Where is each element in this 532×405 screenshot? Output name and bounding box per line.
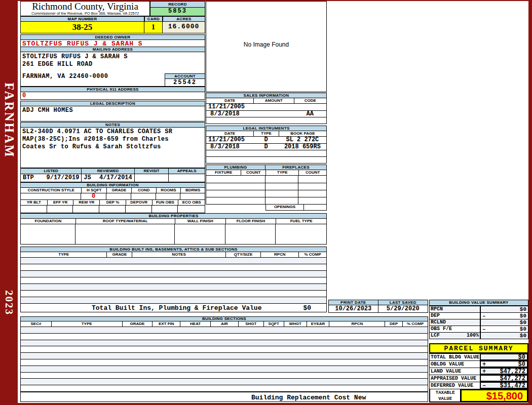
sales-row: 11/21/2005 [206,104,326,110]
record-value: 5853 [150,8,205,16]
bs-comp-label: % COMP [402,321,428,327]
physical-address-value: 0 [20,92,205,100]
openings-label: OPENINGS [265,205,304,211]
bs-grade-label: GRADE [122,321,153,327]
yr-blt-label: YR BLT [21,200,47,205]
county-subtitle: Commissioner of the Revenue, PO Box 366,… [21,12,149,16]
footer-note: Building Replacement Cost New [251,394,366,401]
bi-rpcn-label: RPCN [260,252,298,257]
print-info: PRINT DATE 10/26/2023 LAST SAVED 5/29/20… [328,300,428,313]
built-ins-total-row: Total Built Ins, Plumbing & Fireplace Va… [20,304,327,312]
grade-label: GRADE [106,188,131,193]
parcel-summary-label: PARCEL SUMMARY [429,343,528,353]
revisit-value [134,174,169,182]
building-properties-label: BUILDING PROPERTIES [20,213,327,219]
legal-instrument-row-empty [206,150,326,156]
acres-value: 16.6000 [163,22,205,33]
wall-finish-label: WALL FINISH [175,219,225,224]
building-value-summary-label: BUILDING VALUE SUMMARY [430,300,528,306]
record-box: RECORD 5853 [150,1,205,16]
bi-qty-label: QTY/SIZE [225,252,261,257]
parcel-row-appraised: APPRAISED VALUE $47,272 [430,375,528,382]
county-header: Richmond County, Virginia Commissioner o… [20,1,150,16]
bs-sqft-label: SQFT [263,321,284,327]
parcel-row-land: LAND VALUE +$47,272 [430,368,528,375]
parcel-row-deferred: DEFERRED VALUE –$31,472 [430,382,528,389]
rooms-label: ROOMS [156,188,181,193]
account-label: ACCOUNT [165,73,205,79]
bs-shgt-label: SHGT [238,321,263,327]
h-sqft-label: H SQFT [81,188,106,193]
reviewed-code: JS [84,174,91,182]
bvs-row-rpcn: RPCN $0 [430,306,528,312]
bi-notes-label: NOTES [132,252,225,257]
legal-description-value: ADJ CMH HOMES [20,106,205,122]
bs-air-label: AIR [210,321,238,327]
bs-dep-label: DEP [385,321,402,327]
acres-label: ACRES [163,16,205,22]
listed-value: BTP 9/17/2019 [21,174,81,182]
sales-row-empty [206,117,326,124]
cond-label: COND [131,188,156,193]
notes-line-3: Coates Sr to Rufus & Sarah Stoltzfus [22,143,205,151]
map-number-value: 38-25 [20,22,144,33]
card-value: 1 [144,22,163,33]
bvs-row-obs: OBS F/E –$0 [430,326,528,332]
sales-date-label: DATE [206,98,253,103]
sales-information-label: SALES INFORMATION [206,93,327,98]
appeals-label: APPEALS [168,169,205,174]
fun-obs-label: FUN OBS [152,200,178,205]
built-ins-label: BUILDING BUILT INS, BASEMENTS, ATTICS & … [20,247,327,252]
fireplace-type-label: TYPE [265,170,298,175]
bi-grade-label: GRADE [106,252,132,257]
construction-style-label: CONSTRUCTION STYLE [21,188,81,193]
notes-label: NOTES [20,122,205,128]
rem-yr-label: REM YR [73,200,99,205]
eco-obs-label: ECO OBS [178,200,205,205]
sales-amount-label: AMOUNT [253,98,293,103]
record-card: Richmond County, Virginia Commissioner o… [18,1,528,403]
bvs-row-dep: DEP –$0 [430,312,528,319]
parcel-row-taxable: TAXABLE VALUE $15,800 [430,389,528,402]
bdrms-label: BDRMS [180,188,205,193]
mailing-line-2: 261 EDGE HILL ROAD [22,61,205,68]
li-date-label: DATE [206,131,253,136]
sales-row: 8/3/2018 AA [206,110,326,117]
bi-comp-label: % COMP [298,252,326,257]
parcel-row-total-bldg: TOTAL BLDG VALUE $0 [430,353,528,360]
bs-extfin-label: EXT FIN [152,321,180,327]
notes-block: SL2-340D 4.0971 AC TO CHARLES COATES SR … [20,128,205,168]
bs-whgt-label: WHGT [284,321,307,327]
floor-finish-label: FLOOR FINISH [225,219,276,224]
deeded-owner-label: DEEDED OWNER [20,34,205,40]
physical-address-label: PHYSICAL 911 ADDRESS [20,87,205,92]
legal-instrument-row: 11/21/2005 D SL 2 272C [206,137,326,143]
h-sqft-value: 0 [81,193,106,199]
print-date-value: 10/26/2023 [328,305,378,313]
reviewed-label: REVIEWED [81,169,134,174]
bs-rpcn-label: RPCN [329,321,385,327]
print-date-label: PRINT DATE [328,300,378,305]
appeals-value [168,174,205,182]
bs-eyear-label: EYEAR [307,321,329,327]
roof-type-label: ROOF TYPE/MATERIAL [75,219,175,224]
bi-type-label: TYPE [21,252,106,257]
card-label: CARD [144,16,163,22]
li-bookpage-label: BOOK PAGE [279,131,326,136]
built-ins-empty-rows [20,258,327,304]
sales-rows: 11/21/2005 8/3/2018 AA [206,104,327,124]
sec-num-label: SEC# [21,321,51,327]
bvs-row-lcf: LCF100% $0 [430,332,528,339]
parcel-row-obldg: OBLDG VALUE +$0 [430,360,528,368]
dep-pct-label: DEP % [99,200,126,205]
bs-heat-label: HEAT [180,321,210,327]
foundation-label: FOUNDATION [21,219,75,224]
no-image-text: No Image Found [244,41,289,48]
building-information-label: BUILDING INFORMATION [20,182,205,188]
last-saved-value: 5/29/2020 [378,305,429,313]
property-image-placeholder: No Image Found [206,1,327,92]
legal-instruments-rows: 11/21/2005 D SL 2 272C 8/3/2018 D 2018 6… [206,137,327,164]
notes-line-1: SL2-340D 4.0971 AC TO CHARLES COATES SR [22,128,205,136]
listed-label: LISTED [21,169,81,174]
bvs-row-rclnd: RCLND $0 [430,319,528,326]
